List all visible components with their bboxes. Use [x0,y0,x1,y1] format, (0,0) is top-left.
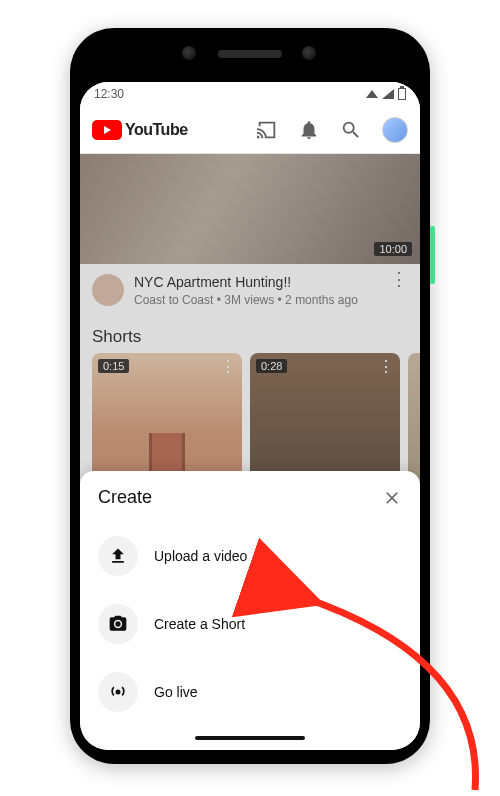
create-sheet: Create Upload a video Create a Short [80,471,420,750]
sheet-item-label: Create a Short [154,616,245,632]
go-live-item[interactable]: Go live [98,658,402,726]
battery-icon [398,88,406,100]
youtube-wordmark: YouTube [125,121,188,139]
shorts-heading: Shorts [80,317,420,353]
video-more-icon[interactable]: ⋮ [390,274,408,284]
camera-icon [98,604,138,644]
channel-avatar[interactable] [92,274,124,306]
upload-video-item[interactable]: Upload a video [98,522,402,590]
sheet-item-label: Go live [154,684,198,700]
short-more-icon[interactable]: ⋮ [220,357,236,376]
phone-frame: 12:30 YouTube 10:00 [70,28,430,764]
video-subtitle: Coast to Coast • 3M views • 2 months ago [134,293,380,307]
signal-icon [382,89,394,99]
sheet-item-label: Upload a video [154,548,247,564]
content-area: 10:00 NYC Apartment Hunting!! Coast to C… [80,154,420,750]
power-button [430,226,435,284]
video-thumbnail[interactable]: 10:00 [80,154,420,264]
short-duration: 0:15 [98,359,129,373]
front-camera-icon [182,46,196,60]
video-duration: 10:00 [374,242,412,256]
profile-avatar[interactable] [382,117,408,143]
status-bar: 12:30 [80,82,420,106]
video-title: NYC Apartment Hunting!! [134,274,380,291]
bell-icon[interactable] [298,119,320,141]
sheet-title: Create [98,487,152,508]
upload-icon [98,536,138,576]
close-icon[interactable] [382,488,402,508]
youtube-logo[interactable]: YouTube [92,120,188,140]
home-indicator [195,736,305,740]
short-duration: 0:28 [256,359,287,373]
search-icon[interactable] [340,119,362,141]
youtube-play-icon [92,120,122,140]
status-time: 12:30 [94,87,124,101]
short-more-icon[interactable]: ⋮ [378,357,394,376]
screen: 12:30 YouTube 10:00 [80,82,420,750]
create-short-item[interactable]: Create a Short [98,590,402,658]
video-card[interactable]: 10:00 NYC Apartment Hunting!! Coast to C… [80,154,420,317]
wifi-icon [366,90,378,98]
app-header: YouTube [80,106,420,154]
front-camera-icon [302,46,316,60]
live-icon [98,672,138,712]
cast-icon[interactable] [256,119,278,141]
